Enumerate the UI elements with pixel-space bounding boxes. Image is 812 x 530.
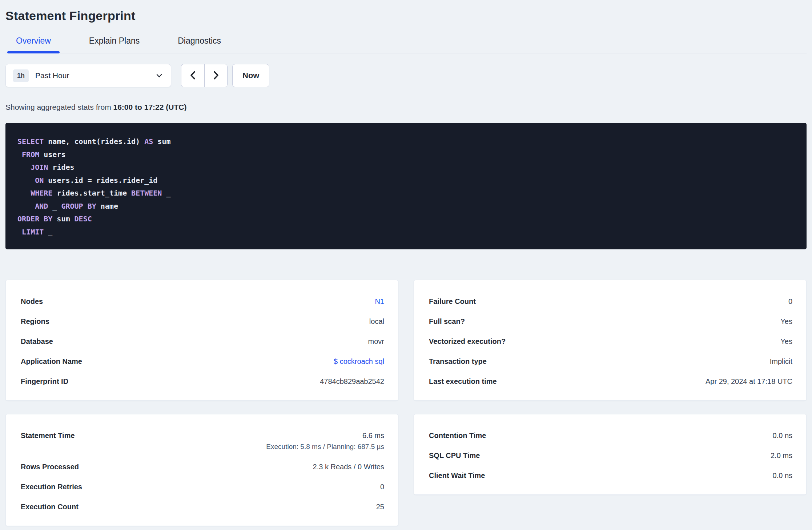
- kv-value-block: local: [369, 316, 384, 326]
- stats-caption-prefix: Showing aggregated stats from: [5, 103, 113, 111]
- kv-label: Client Wait Time: [429, 470, 485, 481]
- kv-value: Yes: [780, 336, 792, 346]
- sql-keyword: ON: [35, 176, 44, 185]
- kv-label: Last execution time: [429, 376, 497, 386]
- next-time-button[interactable]: [204, 64, 227, 87]
- summary-cards: NodesN1RegionslocalDatabasemovrApplicati…: [5, 280, 807, 526]
- time-step-button-group: [181, 64, 228, 87]
- sql-keyword: AND: [35, 202, 48, 210]
- kv-value-block: Apr 29, 2024 at 17:18 UTC: [706, 376, 792, 386]
- kv-label: Application Name: [21, 356, 82, 366]
- kv-value-block: 4784cb829aab2542: [320, 376, 384, 386]
- kv-value-block: 25: [376, 502, 384, 512]
- sql-statement-box: SELECT name, count(rides.id) AS sum FROM…: [5, 123, 807, 249]
- kv-value-block: N1: [375, 296, 384, 306]
- kv-subvalue: Execution: 5.8 ms / Planning: 687.5 µs: [266, 442, 384, 452]
- tab-bar: OverviewExplain PlansDiagnostics: [5, 36, 807, 53]
- sql-keyword: GROUP BY: [61, 202, 96, 210]
- kv-row: Vectorized execution?Yes: [429, 336, 792, 346]
- sql-line: SELECT name, count(rides.id) AS sum: [17, 135, 795, 148]
- sql-keyword: ORDER BY: [17, 214, 52, 223]
- kv-label: Nodes: [21, 296, 43, 306]
- kv-label: Statement Time: [21, 430, 75, 441]
- kv-value-link[interactable]: $ cockroach sql: [334, 356, 384, 366]
- kv-value-link[interactable]: N1: [375, 296, 384, 306]
- tab-diagnostics[interactable]: Diagnostics: [169, 36, 230, 53]
- kv-value: local: [369, 316, 384, 326]
- kv-value: 6.6 ms: [266, 430, 384, 441]
- kv-row: Execution Count25: [21, 502, 384, 512]
- kv-value: 25: [376, 502, 384, 512]
- kv-label: Vectorized execution?: [429, 336, 506, 346]
- sql-line: WHERE rides.start_time BETWEEN _: [17, 187, 795, 200]
- kv-value: Apr 29, 2024 at 17:18 UTC: [706, 376, 792, 386]
- kv-value: Yes: [780, 316, 792, 326]
- kv-value-block: Yes: [780, 316, 792, 326]
- aggregated-stats-caption: Showing aggregated stats from 16:00 to 1…: [5, 103, 807, 112]
- kv-label: Failure Count: [429, 296, 476, 306]
- statement-times-card: Statement Time6.6 msExecution: 5.8 ms / …: [5, 414, 398, 526]
- kv-label: Execution Retries: [21, 482, 82, 492]
- kv-value-block: 0: [380, 482, 384, 492]
- sql-keyword: BETWEEN: [131, 189, 162, 197]
- sql-keyword: JOIN: [31, 163, 48, 172]
- statement-details-card: NodesN1RegionslocalDatabasemovrApplicati…: [5, 280, 398, 401]
- kv-row: Statement Time6.6 msExecution: 5.8 ms / …: [21, 430, 384, 452]
- wait-times-card: Contention Time0.0 nsSQL CPU Time2.0 msC…: [414, 414, 807, 495]
- chevron-down-icon: [156, 72, 163, 79]
- kv-value-block: 2.0 ms: [771, 450, 792, 461]
- kv-value: 4784cb829aab2542: [320, 376, 384, 386]
- kv-value: Implicit: [770, 356, 792, 366]
- kv-value: 0.0 ns: [773, 470, 792, 481]
- time-range-dropdown[interactable]: 1h Past Hour: [5, 64, 171, 87]
- kv-value-block: $ cockroach sql: [334, 356, 384, 366]
- kv-label: Transaction type: [429, 356, 487, 366]
- sql-keyword: DESC: [75, 214, 92, 223]
- kv-value-block: 6.6 msExecution: 5.8 ms / Planning: 687.…: [266, 430, 384, 452]
- sql-line: FROM users: [17, 148, 795, 161]
- kv-value-block: 0.0 ns: [773, 470, 792, 481]
- kv-row: Regionslocal: [21, 316, 384, 326]
- chevron-left-icon: [188, 71, 198, 81]
- previous-time-button[interactable]: [181, 64, 204, 87]
- time-range-badge: 1h: [13, 69, 29, 82]
- kv-label: Full scan?: [429, 316, 465, 326]
- kv-value-block: Implicit: [770, 356, 792, 366]
- kv-label: Fingerprint ID: [21, 376, 68, 386]
- kv-label: Execution Count: [21, 502, 79, 512]
- page-title: Statement Fingerprint: [5, 9, 807, 23]
- time-range-label: Past Hour: [35, 71, 69, 80]
- kv-value: 2.0 ms: [771, 450, 792, 461]
- kv-row: Execution Retries0: [21, 482, 384, 492]
- kv-label: SQL CPU Time: [429, 450, 480, 461]
- kv-row: SQL CPU Time2.0 ms: [429, 450, 792, 461]
- kv-label: Database: [21, 336, 53, 346]
- kv-row: Application Name$ cockroach sql: [21, 356, 384, 366]
- kv-value: 0: [788, 296, 792, 306]
- kv-row: Failure Count0: [429, 296, 792, 306]
- kv-value: movr: [368, 336, 384, 346]
- kv-row: Databasemovr: [21, 336, 384, 346]
- sql-keyword: FROM: [22, 150, 39, 159]
- stats-caption-range: 16:00 to 17:22 (UTC): [113, 103, 187, 111]
- sql-line: LIMIT _: [17, 226, 795, 239]
- kv-value-block: Yes: [780, 336, 792, 346]
- sql-keyword: AS: [144, 137, 153, 146]
- sql-line: JOIN rides: [17, 161, 795, 174]
- kv-row: Client Wait Time0.0 ns: [429, 470, 792, 481]
- kv-row: Full scan?Yes: [429, 316, 792, 326]
- sql-keyword: LIMIT: [22, 228, 44, 236]
- tab-overview[interactable]: Overview: [7, 36, 60, 53]
- kv-value-block: 2.3 k Reads / 0 Writes: [313, 462, 384, 472]
- kv-value-block: movr: [368, 336, 384, 346]
- kv-label: Contention Time: [429, 430, 486, 441]
- sql-line: ON users.id = rides.rider_id: [17, 174, 795, 187]
- sql-keyword: SELECT: [17, 137, 44, 146]
- kv-row: Fingerprint ID4784cb829aab2542: [21, 376, 384, 386]
- now-button[interactable]: Now: [232, 64, 269, 87]
- chevron-right-icon: [211, 71, 221, 81]
- kv-value: 0: [380, 482, 384, 492]
- kv-row: Transaction typeImplicit: [429, 356, 792, 366]
- tab-explain-plans[interactable]: Explain Plans: [80, 36, 148, 53]
- sql-keyword: WHERE: [31, 189, 52, 197]
